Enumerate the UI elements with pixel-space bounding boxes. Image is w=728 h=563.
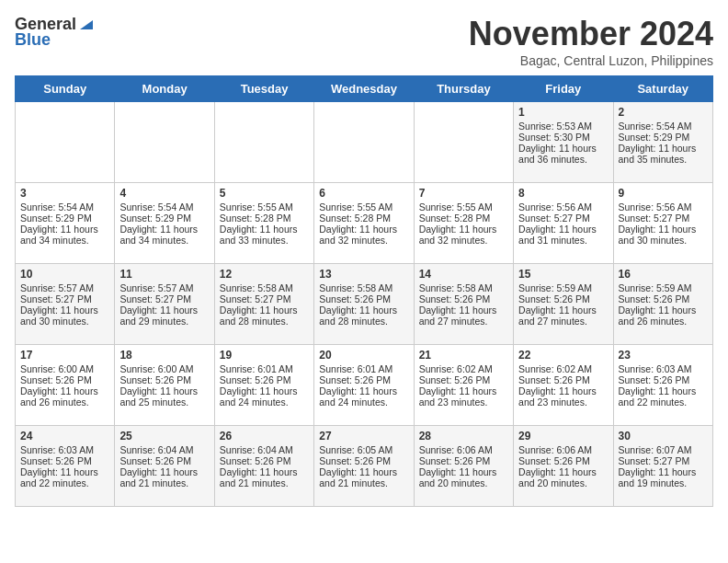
sunrise-text: Sunrise: 5:58 AM bbox=[319, 282, 408, 293]
daylight-text: Daylight: 11 hours and 26 minutes. bbox=[619, 304, 708, 327]
calendar-week-row: 17Sunrise: 6:00 AMSunset: 5:26 PMDayligh… bbox=[16, 345, 713, 426]
calendar-header-row: Sunday Monday Tuesday Wednesday Thursday… bbox=[16, 76, 713, 102]
sunset-text: Sunset: 5:26 PM bbox=[119, 455, 209, 466]
daylight-text: Daylight: 11 hours and 23 minutes. bbox=[419, 385, 508, 408]
day-number: 30 bbox=[619, 430, 708, 442]
col-monday: Monday bbox=[115, 76, 214, 102]
daylight-text: Daylight: 11 hours and 24 minutes. bbox=[220, 385, 309, 408]
sunrise-text: Sunrise: 6:06 AM bbox=[518, 444, 608, 455]
sunset-text: Sunset: 5:26 PM bbox=[619, 293, 708, 304]
sunrise-text: Sunrise: 6:01 AM bbox=[220, 363, 309, 374]
sunrise-text: Sunrise: 5:59 AM bbox=[518, 282, 608, 293]
day-number: 13 bbox=[319, 268, 408, 281]
table-row: 21Sunrise: 6:02 AMSunset: 5:26 PMDayligh… bbox=[414, 345, 513, 426]
table-row: 10Sunrise: 5:57 AMSunset: 5:27 PMDayligh… bbox=[16, 264, 115, 345]
sunset-text: Sunset: 5:27 PM bbox=[119, 293, 209, 304]
sunset-text: Sunset: 5:26 PM bbox=[419, 374, 508, 385]
table-row bbox=[115, 102, 214, 183]
sunset-text: Sunset: 5:29 PM bbox=[119, 213, 209, 224]
sunset-text: Sunset: 5:26 PM bbox=[220, 455, 309, 466]
sunrise-text: Sunrise: 6:03 AM bbox=[619, 363, 708, 374]
daylight-text: Daylight: 11 hours and 32 minutes. bbox=[319, 224, 408, 246]
sunset-text: Sunset: 5:26 PM bbox=[319, 455, 408, 466]
sunrise-text: Sunrise: 6:02 AM bbox=[419, 363, 508, 374]
table-row: 4Sunrise: 5:54 AMSunset: 5:29 PMDaylight… bbox=[115, 183, 214, 264]
day-number: 12 bbox=[220, 268, 309, 281]
sunrise-text: Sunrise: 6:05 AM bbox=[319, 444, 408, 455]
sunrise-text: Sunrise: 6:01 AM bbox=[319, 363, 408, 374]
day-number: 27 bbox=[319, 430, 408, 442]
day-number: 22 bbox=[518, 349, 608, 362]
day-number: 17 bbox=[20, 349, 109, 362]
col-saturday: Saturday bbox=[613, 76, 712, 102]
daylight-text: Daylight: 11 hours and 20 minutes. bbox=[419, 466, 508, 488]
sunset-text: Sunset: 5:26 PM bbox=[518, 455, 608, 466]
sunrise-text: Sunrise: 6:04 AM bbox=[220, 444, 309, 455]
sunrise-text: Sunrise: 5:55 AM bbox=[319, 201, 408, 213]
daylight-text: Daylight: 11 hours and 24 minutes. bbox=[319, 385, 408, 408]
daylight-text: Daylight: 11 hours and 27 minutes. bbox=[419, 304, 508, 327]
sunset-text: Sunset: 5:26 PM bbox=[419, 455, 508, 466]
day-number: 25 bbox=[119, 430, 209, 442]
month-title: November 2024 bbox=[469, 15, 713, 53]
sunrise-text: Sunrise: 5:54 AM bbox=[119, 201, 209, 213]
day-number: 10 bbox=[20, 268, 109, 281]
sunset-text: Sunset: 5:27 PM bbox=[518, 213, 608, 224]
sunset-text: Sunset: 5:26 PM bbox=[518, 374, 608, 385]
logo: General Blue bbox=[15, 15, 95, 50]
day-number: 21 bbox=[419, 349, 508, 362]
table-row: 11Sunrise: 5:57 AMSunset: 5:27 PMDayligh… bbox=[115, 264, 214, 345]
table-row: 25Sunrise: 6:04 AMSunset: 5:26 PMDayligh… bbox=[115, 426, 214, 507]
daylight-text: Daylight: 11 hours and 34 minutes. bbox=[119, 224, 209, 246]
day-number: 29 bbox=[518, 430, 608, 442]
col-friday: Friday bbox=[514, 76, 613, 102]
table-row bbox=[414, 102, 513, 183]
daylight-text: Daylight: 11 hours and 21 minutes. bbox=[119, 466, 209, 488]
day-number: 2 bbox=[619, 106, 708, 119]
table-row: 17Sunrise: 6:00 AMSunset: 5:26 PMDayligh… bbox=[16, 345, 115, 426]
location: Bagac, Central Luzon, Philippines bbox=[469, 53, 713, 68]
title-block: November 2024 Bagac, Central Luzon, Phil… bbox=[469, 15, 713, 68]
daylight-text: Daylight: 11 hours and 20 minutes. bbox=[518, 466, 608, 488]
day-number: 1 bbox=[518, 106, 608, 119]
calendar-week-row: 1Sunrise: 5:53 AMSunset: 5:30 PMDaylight… bbox=[16, 102, 713, 183]
day-number: 5 bbox=[220, 187, 309, 200]
table-row: 20Sunrise: 6:01 AMSunset: 5:26 PMDayligh… bbox=[314, 345, 414, 426]
table-row: 23Sunrise: 6:03 AMSunset: 5:26 PMDayligh… bbox=[613, 345, 712, 426]
table-row: 7Sunrise: 5:55 AMSunset: 5:28 PMDaylight… bbox=[414, 183, 513, 264]
sunrise-text: Sunrise: 5:58 AM bbox=[220, 282, 309, 293]
sunset-text: Sunset: 5:26 PM bbox=[319, 293, 408, 304]
day-number: 7 bbox=[419, 187, 508, 200]
sunrise-text: Sunrise: 5:55 AM bbox=[419, 201, 508, 213]
day-number: 15 bbox=[518, 268, 608, 281]
day-number: 14 bbox=[419, 268, 508, 281]
day-number: 28 bbox=[419, 430, 508, 442]
sunset-text: Sunset: 5:28 PM bbox=[419, 213, 508, 224]
daylight-text: Daylight: 11 hours and 22 minutes. bbox=[619, 385, 708, 408]
table-row: 24Sunrise: 6:03 AMSunset: 5:26 PMDayligh… bbox=[16, 426, 115, 507]
page-header: General Blue November 2024 Bagac, Centra… bbox=[15, 15, 713, 68]
sunrise-text: Sunrise: 5:57 AM bbox=[119, 282, 209, 293]
table-row: 19Sunrise: 6:01 AMSunset: 5:26 PMDayligh… bbox=[214, 345, 313, 426]
daylight-text: Daylight: 11 hours and 27 minutes. bbox=[518, 304, 608, 327]
table-row bbox=[314, 102, 414, 183]
sunset-text: Sunset: 5:29 PM bbox=[20, 213, 109, 224]
table-row: 2Sunrise: 5:54 AMSunset: 5:29 PMDaylight… bbox=[613, 102, 712, 183]
day-number: 26 bbox=[220, 430, 309, 442]
table-row: 22Sunrise: 6:02 AMSunset: 5:26 PMDayligh… bbox=[514, 345, 613, 426]
day-number: 24 bbox=[20, 430, 109, 442]
sunset-text: Sunset: 5:29 PM bbox=[619, 132, 708, 143]
sunset-text: Sunset: 5:27 PM bbox=[619, 213, 708, 224]
day-number: 19 bbox=[220, 349, 309, 362]
sunrise-text: Sunrise: 6:00 AM bbox=[20, 363, 109, 374]
sunrise-text: Sunrise: 6:03 AM bbox=[20, 444, 109, 455]
daylight-text: Daylight: 11 hours and 28 minutes. bbox=[319, 304, 408, 327]
sunset-text: Sunset: 5:27 PM bbox=[220, 293, 309, 304]
daylight-text: Daylight: 11 hours and 33 minutes. bbox=[220, 224, 309, 246]
day-number: 4 bbox=[119, 187, 209, 200]
daylight-text: Daylight: 11 hours and 22 minutes. bbox=[20, 466, 109, 488]
daylight-text: Daylight: 11 hours and 25 minutes. bbox=[119, 385, 209, 408]
col-tuesday: Tuesday bbox=[214, 76, 313, 102]
table-row: 30Sunrise: 6:07 AMSunset: 5:27 PMDayligh… bbox=[613, 426, 712, 507]
daylight-text: Daylight: 11 hours and 28 minutes. bbox=[220, 304, 309, 327]
